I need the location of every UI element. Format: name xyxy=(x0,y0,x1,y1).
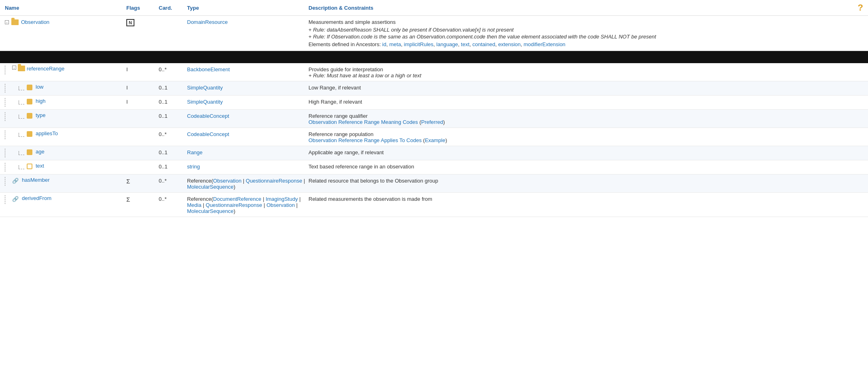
ancestor-text[interactable]: text xyxy=(461,41,470,47)
ancestor-contained[interactable]: contained xyxy=(472,41,495,47)
row-desc-hasmember: Related resource that belongs to the Obs… xyxy=(308,177,863,184)
tree-vline xyxy=(5,163,10,172)
row-desc-type: Reference range qualifier Observation Re… xyxy=(308,112,863,125)
applies-to-codes-link[interactable]: Observation Reference Range Applies To C… xyxy=(308,137,421,143)
desc-rule2: + Rule: If Observation.code is the same … xyxy=(308,34,863,40)
backbone-element-link[interactable]: BackboneElement xyxy=(187,66,230,72)
row-card-appliesto: 0..* xyxy=(159,130,187,137)
row-desc-derivedfrom: Related measurements the observation is … xyxy=(308,195,863,202)
tree-vline xyxy=(5,112,10,121)
row-name-age: age xyxy=(5,149,126,157)
header-desc: Description & Constraints xyxy=(308,5,858,11)
codeable-concept-link-type[interactable]: CodeableConcept xyxy=(187,113,229,119)
hasmember-link[interactable]: hasMember xyxy=(22,177,50,183)
ancestor-language[interactable]: language xyxy=(436,41,458,47)
row-name-low: low xyxy=(5,84,126,93)
row-flags-hasmember: Σ xyxy=(126,177,159,185)
row-flags-high: I xyxy=(126,98,159,105)
row-flags-text xyxy=(126,163,159,164)
desc-provides-guide: Provides guide for interpretation xyxy=(308,66,863,72)
row-desc-referencerange: Provides guide for interpretation + Rule… xyxy=(308,66,863,79)
row-flags-appliesto xyxy=(126,130,159,131)
simple-quantity-link-high[interactable]: SimpleQuantity xyxy=(187,99,223,105)
hex-icon-appliesto xyxy=(27,131,32,137)
media-link[interactable]: Media xyxy=(187,202,201,208)
row-name-high: high xyxy=(5,98,126,107)
hex-icon-text xyxy=(27,164,32,169)
text-link[interactable]: text xyxy=(36,163,44,169)
desc-ref-range-population: Reference range population xyxy=(308,131,863,137)
row-desc-high: High Range, if relevant xyxy=(308,98,863,105)
header-card: Card. xyxy=(159,5,187,11)
row-name-derivedfrom: 🔗 derivedFrom xyxy=(5,195,126,204)
preferred-link[interactable]: Preferred xyxy=(421,119,443,125)
range-link[interactable]: Range xyxy=(187,149,202,155)
obs-link-hasmember[interactable]: Observation xyxy=(213,178,241,184)
referencerange-link[interactable]: referenceRange xyxy=(27,66,64,72)
ancestor-meta[interactable]: meta xyxy=(389,41,401,47)
domain-resource-link[interactable]: DomainResource xyxy=(187,19,228,25)
docref-link[interactable]: DocumentReference xyxy=(213,196,261,202)
row-type-derivedfrom: Reference(DocumentReference | ImagingStu… xyxy=(187,195,308,214)
ancestor-id[interactable]: id xyxy=(382,41,386,47)
observation-link[interactable]: Observation xyxy=(21,19,49,25)
ancestor-extension[interactable]: extension xyxy=(498,41,521,47)
tree-hline xyxy=(19,100,24,104)
imaging-link[interactable]: ImagingStudy xyxy=(266,196,298,202)
hex-icon-low xyxy=(27,85,32,90)
table-row: 🔗 hasMember Σ 0..* Reference(Observation… xyxy=(0,174,868,193)
observation-name-col: - Observation xyxy=(5,19,126,25)
derivedfrom-link[interactable]: derivedFrom xyxy=(22,195,51,201)
row-card-referencerange: 0..* xyxy=(159,66,187,72)
qr-link-derived[interactable]: QuestionnaireResponse xyxy=(206,202,262,208)
hex-icon-high xyxy=(27,99,32,104)
qr-link-hasmember[interactable]: QuestionnaireResponse xyxy=(246,178,302,184)
example-link[interactable]: Example xyxy=(425,137,445,143)
desc-ancestors: Elements defined in Ancestors: id, meta,… xyxy=(308,41,863,47)
expand-icon[interactable]: - xyxy=(5,20,9,24)
header-name: Name xyxy=(5,5,126,11)
ms-link-derived[interactable]: MolecularSequence xyxy=(187,208,234,214)
codeable-concept-link-appliesto[interactable]: CodeableConcept xyxy=(187,131,229,137)
age-link[interactable]: age xyxy=(36,149,45,155)
desc-rule-low-high: + Rule: Must have at least a low or a hi… xyxy=(308,72,863,79)
row-type-age: Range xyxy=(187,149,308,155)
ext-link-icon-hasmember: 🔗 xyxy=(12,178,19,184)
table-row: 🔗 derivedFrom Σ 0..* Reference(DocumentR… xyxy=(0,193,868,217)
observation-desc-col: Measurements and simple assertions + Rul… xyxy=(308,19,863,47)
row-name-text: text xyxy=(5,163,126,172)
row-card-hasmember: 0..* xyxy=(159,177,187,184)
table-section: - referenceRange I 0..* BackboneElement … xyxy=(0,63,868,217)
type-link[interactable]: type xyxy=(36,112,46,118)
row-type-referencerange: BackboneElement xyxy=(187,66,308,72)
expand-icon-referencerange[interactable]: - xyxy=(12,66,16,70)
table-row: appliesTo 0..* CodeableConcept Reference… xyxy=(0,128,868,146)
row-card-type: 0..1 xyxy=(159,112,187,119)
folder-icon-referencerange xyxy=(18,66,25,71)
meaning-codes-link[interactable]: Observation Reference Range Meaning Code… xyxy=(308,119,418,125)
simple-quantity-link-low[interactable]: SimpleQuantity xyxy=(187,85,223,91)
row-name-appliesto: appliesTo xyxy=(5,130,126,139)
tree-hline xyxy=(19,115,24,119)
low-link[interactable]: low xyxy=(36,84,44,90)
observation-flags-col: N xyxy=(126,19,159,26)
folder-icon xyxy=(11,19,19,25)
appliesto-link[interactable]: appliesTo xyxy=(36,130,58,136)
ancestor-implicit-rules[interactable]: implicitRules xyxy=(404,41,434,47)
row-flags-low: I xyxy=(126,84,159,91)
tree-vline xyxy=(5,98,10,107)
tree-vline xyxy=(5,195,10,204)
row-type-text: string xyxy=(187,163,308,170)
ms-link-hasmember[interactable]: MolecularSequence xyxy=(187,184,234,190)
row-desc-age: Applicable age range, if relevant xyxy=(308,149,863,155)
desc-ref-range-qualifier: Reference range qualifier xyxy=(308,113,863,119)
row-card-derivedfrom: 0..* xyxy=(159,195,187,202)
n-badge: N xyxy=(126,19,134,26)
row-flags-type xyxy=(126,112,159,113)
high-link[interactable]: high xyxy=(36,98,46,104)
help-icon[interactable]: ? xyxy=(858,2,863,13)
ancestor-modifier-extension[interactable]: modifierExtension xyxy=(523,41,565,47)
string-link[interactable]: string xyxy=(187,164,200,170)
obs-link-derived[interactable]: Observation xyxy=(266,202,295,208)
row-type-high: SimpleQuantity xyxy=(187,98,308,105)
